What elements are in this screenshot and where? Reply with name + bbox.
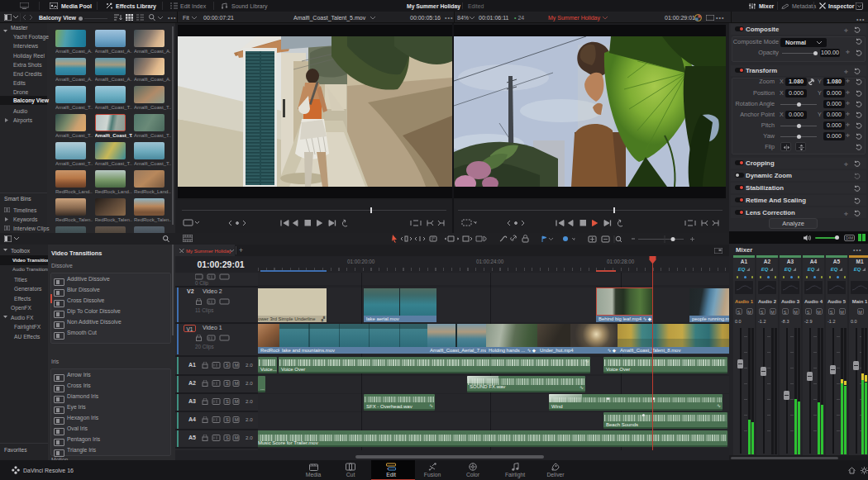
svg-text:S: S [226,417,229,422]
svg-text:M: M [235,363,239,368]
svg-text:S: S [226,399,229,404]
svg-text:S: S [226,363,229,368]
svg-text:M: M [235,381,239,386]
svg-text:S: S [226,381,229,386]
svg-text:S: S [226,435,229,440]
svg-text:M: M [235,435,239,440]
svg-text:M: M [235,399,239,404]
svg-text:M: M [235,417,239,422]
